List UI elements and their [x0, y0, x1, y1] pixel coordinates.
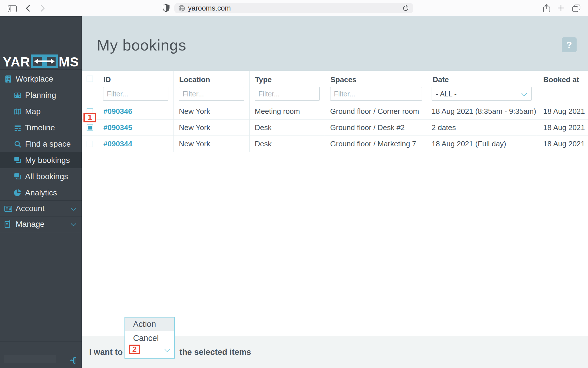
select-all-checkbox[interactable] — [87, 76, 93, 82]
chevron-down-icon — [521, 90, 527, 98]
bookings-table: ID Location Type Spaces Date - ALL - Boo… — [82, 71, 588, 152]
bulk-action-suffix: the selected items — [179, 347, 251, 357]
tab-overview-icon[interactable] — [572, 4, 581, 12]
sidebar-item-label: Planning — [25, 91, 56, 100]
row-select-cell — [82, 136, 98, 152]
page-header: My bookings ? — [82, 16, 588, 71]
column-label: ID — [103, 75, 111, 84]
date-cell: 2 dates — [427, 120, 537, 136]
sidebar-item-my-bookings[interactable]: My bookings — [0, 152, 82, 168]
booking-link[interactable]: #090344 — [103, 139, 132, 148]
spaces-cell: Ground floor / Desk #2 — [325, 120, 427, 136]
location-cell: New York — [174, 120, 250, 136]
column-label: Type — [255, 75, 272, 84]
sidebar-item-find-a-space[interactable]: Find a space — [0, 136, 82, 152]
back-icon[interactable] — [26, 5, 30, 12]
share-icon[interactable] — [543, 4, 550, 13]
pie-chart-icon — [13, 189, 22, 197]
location-cell: New York — [174, 103, 250, 120]
column-header-date: Date - ALL - — [427, 71, 537, 103]
new-tab-icon[interactable] — [557, 4, 565, 12]
column-label: Spaces — [330, 75, 356, 84]
sidebar-divider — [0, 69, 82, 70]
logout-icon[interactable] — [70, 357, 77, 364]
location-cell: New York — [174, 136, 250, 152]
browser-toolbar: yarooms.com — [0, 0, 588, 16]
sidebar-item-label: Find a space — [25, 139, 71, 149]
sidebar-divider — [0, 341, 82, 342]
select-all-cell — [82, 71, 98, 103]
sidebar-item-all-bookings[interactable]: All bookings — [0, 168, 82, 185]
id-filter-input[interactable] — [103, 87, 168, 101]
sidebar-item-label: Map — [25, 107, 40, 116]
sidebar-item-timeline[interactable]: Timeline — [0, 120, 82, 136]
column-label: Location — [179, 75, 210, 84]
sidebar-item-label: Timeline — [25, 123, 55, 132]
booked-at-cell: 18 Aug 2021 — [537, 136, 588, 152]
booking-link[interactable]: #090345 — [103, 123, 132, 132]
url-text: yarooms.com — [188, 4, 402, 12]
logo-link-icon — [31, 54, 58, 69]
dropdown-option-cancel[interactable]: Cancel — [125, 331, 174, 345]
sidebar-item-manage[interactable]: Manage — [0, 217, 82, 232]
sidebar-item-analytics[interactable]: Analytics — [0, 185, 82, 201]
page-title: My bookings — [97, 36, 186, 54]
id-card-icon — [4, 204, 13, 213]
planning-grid-icon — [13, 91, 22, 100]
row-checkbox[interactable] — [87, 141, 93, 147]
privacy-shield-icon[interactable] — [163, 4, 170, 12]
column-header-spaces: Spaces — [325, 71, 427, 103]
site-globe-icon — [178, 5, 185, 12]
column-header-booked-at: Booked at — [537, 71, 588, 103]
sidebar-item-label: All bookings — [25, 172, 68, 181]
search-icon — [13, 140, 22, 148]
type-cell: Meeting room — [250, 103, 325, 120]
column-label: Date — [433, 75, 449, 84]
reload-icon[interactable] — [402, 5, 409, 12]
column-header-type: Type — [250, 71, 325, 103]
sidebar-item-map[interactable]: Map — [0, 103, 82, 120]
type-filter-input[interactable] — [255, 87, 320, 101]
location-filter-input[interactable] — [179, 87, 244, 101]
annotation-marker-1: 1 — [83, 113, 96, 122]
date-cell: 18 Aug 2021 (8:35am - 9:35am) — [427, 103, 537, 120]
sidebar-item-label: Manage — [16, 220, 44, 229]
sidebar: YAR MS Workplace Planning Map Timeline — [0, 16, 82, 368]
help-button[interactable]: ? — [562, 37, 577, 52]
dropdown-option-action[interactable]: Action — [125, 318, 174, 331]
timeline-icon — [13, 124, 22, 132]
column-header-location: Location — [174, 71, 250, 103]
sidebar-item-label: Analytics — [25, 188, 57, 197]
sidebar-divider — [0, 232, 82, 232]
booking-id-cell: #090344 — [98, 136, 174, 152]
date-cell: 18 Aug 2021 (Full day) — [427, 136, 537, 152]
sidebar-item-label: My bookings — [25, 156, 70, 165]
booked-at-cell: 18 Aug 2021 — [537, 120, 588, 136]
spaces-filter-input[interactable] — [330, 87, 422, 101]
spaces-cell: Ground floor / Marketing 7 — [325, 136, 427, 152]
type-cell: Desk — [250, 136, 325, 152]
sidebar-item-account[interactable]: Account — [0, 201, 82, 216]
bulk-action-prefix: I want to — [89, 347, 123, 357]
logo-text-right: MS — [59, 54, 79, 70]
sidebar-item-planning[interactable]: Planning — [0, 87, 82, 103]
booking-id-cell: #090346 — [98, 103, 174, 120]
booking-link[interactable]: #090346 — [103, 107, 132, 116]
type-cell: Desk — [250, 120, 325, 136]
sidebar-item-workplace[interactable]: Workplace — [0, 71, 82, 87]
spaces-cell: Ground floor / Corner room — [325, 103, 427, 120]
row-checkbox-checked[interactable] — [87, 124, 93, 131]
column-label: Booked at — [543, 75, 579, 84]
forward-icon[interactable] — [40, 5, 45, 12]
date-filter-select[interactable]: - ALL - — [432, 87, 532, 101]
chevron-down-icon — [70, 220, 77, 229]
sidebar-toggle-icon[interactable] — [8, 5, 17, 12]
chevron-down-icon — [164, 348, 170, 353]
annotation-marker-2: 2 — [129, 345, 140, 354]
map-icon — [13, 107, 22, 116]
sidebar-user-box — [4, 355, 56, 363]
address-bar[interactable]: yarooms.com — [174, 3, 413, 13]
bookings-layers-icon — [13, 172, 22, 181]
chevron-down-icon — [70, 204, 77, 213]
clipboard-pencil-icon — [4, 220, 13, 229]
